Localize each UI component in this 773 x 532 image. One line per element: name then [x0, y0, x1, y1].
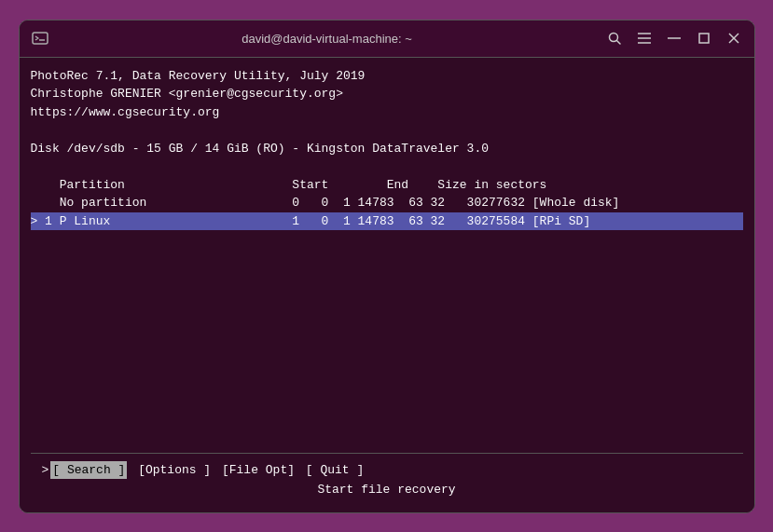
bottom-bar: > [ Search ] [Options ] [File Opt] [ Qui…	[31, 453, 743, 503]
terminal-icon	[27, 25, 53, 51]
terminal-window: david@david-virtual-machine: ~	[19, 20, 755, 513]
menu-quit[interactable]: [ Quit ]	[306, 461, 364, 480]
menu-options[interactable]: [Options ]	[138, 461, 211, 480]
menu-space-3	[297, 461, 304, 480]
menu-space-1	[129, 461, 136, 480]
minimize-button[interactable]	[661, 25, 687, 51]
menu-search[interactable]: [ Search ]	[50, 461, 127, 480]
header-line-0: PhotoRec 7.1, Data Recovery Utility, Jul…	[31, 67, 743, 86]
header-line-1: Christophe GRENIER <grenier@cgsecurity.o…	[31, 85, 743, 103]
header-spacer	[31, 157, 743, 176]
terminal-body: PhotoRec 7.1, Data Recovery Utility, Jul…	[20, 58, 754, 512]
terminal-content: PhotoRec 7.1, Data Recovery Utility, Jul…	[31, 67, 743, 453]
partition-row-1[interactable]: > 1 P Linux 1 0 1 14783 63 32 30275584 […	[31, 212, 743, 231]
titlebar-left	[27, 25, 53, 51]
svg-line-3	[616, 41, 620, 45]
header-line-2: https://www.cgsecurity.org	[31, 103, 743, 122]
header-line-3	[31, 121, 743, 140]
svg-rect-0	[33, 33, 48, 44]
menu-prompt: >	[42, 461, 49, 480]
window-title: david@david-virtual-machine: ~	[59, 32, 596, 46]
menu-space-2	[213, 461, 220, 480]
menu-fileopt[interactable]: [File Opt]	[222, 461, 295, 480]
titlebar: david@david-virtual-machine: ~	[20, 20, 754, 58]
maximize-button[interactable]	[691, 25, 717, 51]
menu-subtitle: Start file recovery	[42, 481, 732, 499]
disk-info-line: Disk /dev/sdb - 15 GB / 14 GiB (RO) - Ki…	[31, 140, 743, 158]
hamburger-button[interactable]	[631, 25, 657, 51]
svg-rect-8	[699, 34, 709, 43]
titlebar-controls	[601, 25, 747, 51]
close-button[interactable]	[721, 25, 747, 51]
search-button[interactable]	[601, 25, 628, 51]
menu-row: > [ Search ] [Options ] [File Opt] [ Qui…	[42, 461, 732, 480]
partition-row-0[interactable]: No partition 0 0 1 14783 63 32 30277632 …	[31, 194, 743, 212]
partition-header: Partition Start End Size in sectors	[31, 176, 743, 195]
